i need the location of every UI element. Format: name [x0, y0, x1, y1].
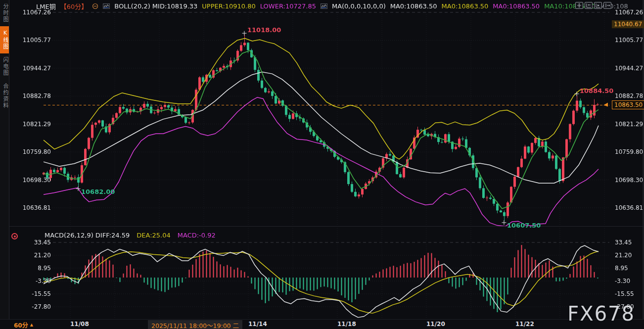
price-axis-label: 10944.27	[615, 65, 643, 72]
macd-axis-label: -27.80	[11, 303, 51, 310]
alert-price-label: 11040.67	[612, 20, 644, 28]
sidebar-item-shandiantu[interactable]: 闪电图	[0, 53, 9, 80]
last-price-label: 10863.50	[612, 100, 644, 109]
date-axis-label: 11/18	[337, 321, 356, 328]
sidebar-item-heyuezilia[interactable]: 合约资料	[0, 80, 9, 112]
goto-latest-icon[interactable]	[603, 2, 611, 9]
macd-settings-icon[interactable]	[11, 233, 18, 239]
macd-axis-label: 8.95	[615, 265, 628, 272]
price-axis-label: 10882.78	[11, 93, 51, 99]
indicator-label: MA0:10863.50	[493, 2, 540, 10]
indicator-label: MA0:10863.50	[442, 2, 489, 10]
sidebar: 分时图 K线图 闪电图 合约资料	[0, 0, 9, 319]
price-annotation: 10884.50	[580, 87, 613, 94]
scale-compress-icon[interactable]	[585, 2, 593, 9]
indicator-label: UPPER:10910.80	[202, 2, 255, 10]
scale-expand-icon[interactable]	[594, 2, 602, 9]
macd-header: MACD(26,12,9) DIFF:24.59 DEA:25.04 MACD:…	[45, 232, 216, 239]
sidebar-item-fenshitu[interactable]: 分时图	[0, 0, 9, 26]
price-axis-label: 10882.78	[615, 93, 643, 99]
price-annotation: 10607.50	[507, 222, 541, 229]
price-axis-label: 10759.80	[615, 148, 643, 155]
selected-bar-datetime: 2025/11/11 18:00～19:00 二	[148, 320, 242, 329]
macd-axis-label: 33.45	[615, 239, 632, 246]
app-window: LME铜【60分】BOLL(20,2) MID:10819.33UPPER:10…	[0, 0, 644, 329]
indicator-label: MA(0,0,0,10,0,0)	[332, 2, 386, 10]
price-annotation: 10682.00	[81, 188, 115, 195]
macd-dea-label: DEA:25.04	[137, 232, 171, 239]
collapse-icon[interactable]	[92, 3, 98, 9]
indicator-label: 【60分】	[60, 1, 88, 11]
macd-axis-label: -15.55	[11, 290, 51, 297]
price-axis-label: 10636.81	[615, 204, 643, 211]
price-axis-label: 10759.80	[11, 148, 51, 155]
macd-axis-label: 8.95	[11, 265, 51, 272]
price-axis-label: 10698.30	[615, 177, 643, 184]
macd-axis-label: 21.20	[615, 252, 632, 259]
macd-value-label: MACD:-0.92	[178, 232, 216, 239]
period-label: 60分	[14, 321, 28, 329]
chart-icon	[103, 3, 110, 9]
indicator-label: LME铜	[36, 1, 56, 11]
chart-toolbar	[575, 2, 611, 9]
price-axis-label: 11005.77	[615, 37, 643, 44]
macd-axis-label: 21.20	[11, 252, 51, 259]
sidebar-item-kxiantu[interactable]: K线图	[0, 26, 9, 53]
chart-icon	[321, 3, 327, 9]
price-annotation: 11018.00	[247, 26, 281, 34]
watermark: FX678	[567, 302, 635, 325]
price-axis-label: 10636.81	[11, 204, 51, 211]
date-axis-label: 11/08	[70, 321, 89, 328]
date-axis-label: 11/20	[426, 321, 445, 328]
macd-axis-label: -15.55	[615, 290, 634, 297]
indicator-label: MA0:10863.50	[390, 2, 437, 10]
pane-splitter[interactable]	[9, 226, 644, 228]
indicator-label: LOWER:10727.85	[260, 2, 316, 10]
price-axis-label: 11005.77	[11, 37, 51, 44]
price-axis-label: 10698.30	[11, 177, 51, 184]
date-axis-label: 11/22	[515, 321, 534, 328]
main-chart-canvas[interactable]	[0, 0, 644, 329]
macd-indicator-label: MACD(26,12,9) DIFF:24.59	[45, 232, 130, 239]
indicator-label: BOLL(20,2) MID:10819.33	[114, 2, 197, 10]
price-axis-label: 10944.27	[11, 65, 51, 72]
indicator-bar: LME铜【60分】BOLL(20,2) MID:10819.33UPPER:10…	[36, 2, 628, 10]
macd-axis-label: -3.30	[615, 278, 630, 284]
period-selector[interactable]: 60分 ▲	[14, 321, 33, 329]
time-axis-bar: 60分 ▲ 2025/11/11 18:00～19:00 二	[0, 319, 644, 329]
date-axis-label: 11/14	[248, 321, 267, 328]
price-axis-label: 10821.29	[11, 121, 51, 128]
macd-axis-label: 33.45	[11, 239, 51, 246]
period-dropdown-icon: ▲	[30, 323, 33, 327]
macd-axis-label: -3.30	[11, 278, 51, 284]
crosshair-move-icon[interactable]	[575, 2, 583, 9]
price-axis-label: 10821.29	[615, 121, 643, 128]
